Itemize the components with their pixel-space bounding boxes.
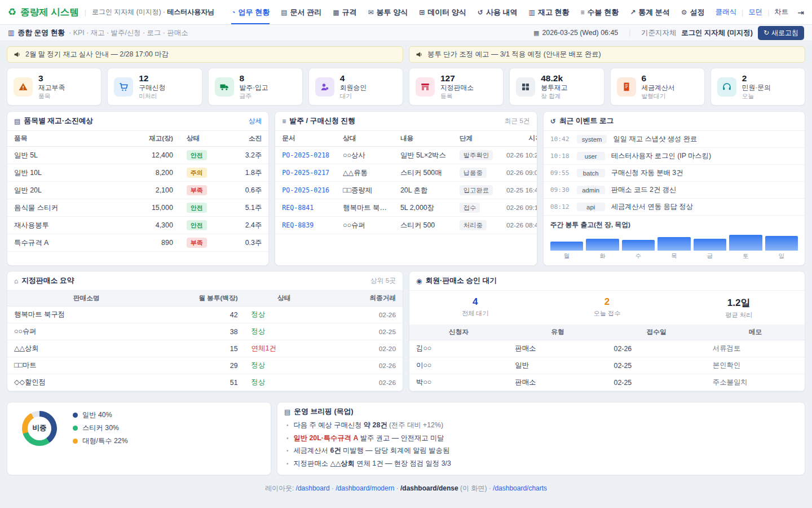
nav-item-stats-analysis[interactable]: ↗통계 분석: [630, 0, 670, 24]
orders-count-label: 최근 5건: [504, 117, 529, 126]
nav-item-stock-status[interactable]: ▥재고 현황: [529, 0, 570, 24]
dashboard-icon: ▥: [8, 29, 14, 37]
week-bar-수: [622, 240, 655, 251]
layout-link-modern[interactable]: 모던: [748, 7, 762, 17]
approval-stat-2: 1.2일 평균 처리: [673, 296, 805, 319]
week-bar-일: [765, 236, 798, 251]
status-badge: 주의: [187, 168, 207, 178]
week-bar-금: [694, 239, 726, 251]
inventory-icon: ▤: [14, 117, 20, 125]
kpi-sublabel: 금주: [240, 92, 268, 100]
approval-stats: 4 전체 대기2 오늘 접수1.2일 평균 처리: [409, 291, 805, 325]
legend-dot: [73, 413, 78, 418]
refresh-button[interactable]: ↻ 새로고침: [758, 26, 804, 40]
week-bar-화: [586, 239, 619, 251]
kpi-sublabel: 오늘: [742, 92, 771, 100]
doc-link[interactable]: REQ-8841: [282, 204, 314, 212]
briefing-item: •다음 주 예상 구매신청 약 28건 (전주 대비 +12%): [286, 421, 796, 430]
inventory-row: 일반 5L 12,400 안전 3.2주: [7, 147, 268, 164]
ledger-icon: ≡: [581, 8, 585, 16]
store-status: 정상: [251, 327, 266, 335]
gauge-icon: ◔: [231, 8, 235, 16]
item-depletion: 0.3주: [227, 234, 268, 252]
order-party: 행복마트 북…: [336, 199, 394, 217]
share-donut-chart: 비중: [22, 411, 57, 446]
notice-banner-1[interactable]: 2월 말 정기 재고 실사 안내 — 2/28 17:00 마감: [7, 46, 403, 63]
store-status: 정상: [251, 361, 266, 369]
item-name: 음식물 스티커: [7, 199, 122, 217]
kpi-value: 4: [340, 73, 367, 84]
kpi-card-envelope-stock[interactable]: 48.2k 봉투재고 장 합계: [509, 68, 604, 106]
kpi-card-purchase-request[interactable]: 12 구매신청 미처리: [107, 68, 202, 106]
applicant-memo: 본인확인: [706, 357, 805, 374]
store-row: ○○슈퍼 38 정상 02-25: [7, 323, 403, 340]
kpi-card-stock-shortage[interactable]: 3 재고부족 품목: [7, 68, 102, 106]
nav-item-usage-history[interactable]: ↺사용 내역: [478, 0, 518, 24]
stat-label: 평균 처리: [673, 311, 805, 319]
notice-text: 봉투 단가 조정 예고 — 3/1 적용 예정 (안내문 배포 완료): [427, 50, 601, 59]
footer-link[interactable]: /dashboard: [296, 484, 330, 492]
week-bar-월: [550, 242, 583, 251]
stat-value: 4: [409, 296, 541, 308]
order-time: 02-26 09:05: [500, 164, 537, 182]
applicant-date: 02-25: [607, 357, 706, 374]
layout-link-classic[interactable]: 클래식: [716, 7, 737, 17]
layout-link-chart[interactable]: 차트: [774, 7, 788, 17]
item-name: 재사용봉투: [7, 217, 122, 234]
nav-item-work-status[interactable]: ◔업무 현황: [231, 0, 270, 24]
notice-banner-2[interactable]: 봉투 단가 조정 예고 — 3/1 적용 예정 (안내문 배포 완료): [409, 46, 805, 63]
inventory-detail-link[interactable]: 상세: [249, 117, 262, 126]
store-row: 행복마트 북구점 42 정상 02-26: [7, 306, 403, 323]
kpi-value: 2: [742, 73, 771, 84]
divider: |: [629, 29, 630, 37]
status-badge: 부족: [187, 185, 207, 195]
kpi-card-order-inbound[interactable]: 8 발주·입고 금주: [208, 68, 303, 106]
kpi-card-tax-invoice[interactable]: 6 세금계산서 발행대기: [610, 68, 705, 106]
calendar-icon: ▦: [533, 29, 539, 37]
applicant-name: 김○○: [409, 340, 508, 357]
bullet: •: [286, 422, 289, 428]
member-icon: ◉: [416, 277, 422, 285]
doc-link[interactable]: PO-2025-0216: [282, 186, 329, 194]
footer-link[interactable]: /dashboard/charts: [493, 484, 547, 492]
store-name: ◇◇할인점: [7, 374, 165, 391]
order-party: ○○슈퍼: [336, 217, 394, 234]
item-stock: 12,400: [122, 147, 180, 164]
store-name: □□마트: [7, 357, 165, 374]
footer-link[interactable]: /dashboard/modern: [336, 484, 394, 492]
event-message: 구매신청 자동 분배 3건: [611, 168, 683, 178]
store-status: 정상: [251, 378, 266, 386]
nav-item-envelope-form[interactable]: ✉봉투 양식: [368, 0, 408, 24]
stores-count-label: 상위 5곳: [370, 277, 396, 286]
nav-item-settings[interactable]: ⚙설정: [681, 0, 705, 24]
store-last-date: 02-26: [324, 357, 403, 374]
event-message: 테스터사용자 로그인 (IP 마스킹): [611, 151, 711, 161]
doc-link[interactable]: PO-2025-0218: [282, 151, 329, 159]
inventory-row: 일반 20L 2,100 부족 0.6주: [7, 182, 268, 199]
order-inbound-icon: [215, 77, 234, 97]
kpi-label: 발주·입고: [240, 84, 268, 92]
kpi-card-member-approval[interactable]: 4 회원승인 대기: [308, 68, 403, 106]
nav-item-ledger-status[interactable]: ≡수불 현황: [581, 0, 619, 24]
history-icon: ↺: [550, 117, 556, 125]
doc-link[interactable]: REQ-8839: [282, 221, 314, 229]
kpi-card-designated-stores[interactable]: 127 지정판매소 등록: [409, 68, 504, 106]
nav-item-data-form[interactable]: ⊞데이터 양식: [419, 0, 466, 24]
item-depletion: 3.2주: [227, 147, 268, 164]
doc-link[interactable]: PO-2025-0217: [282, 169, 329, 177]
kpi-row: 3 재고부족 품목 12 구매신청 미처리 8 발주·입고 금주 4 회원승인 …: [7, 68, 805, 106]
megaphone-icon: [416, 51, 423, 58]
applicant-name: 이○○: [409, 357, 508, 374]
list-icon: ≡: [282, 117, 286, 125]
nav-item-spec[interactable]: ▦규격: [333, 0, 356, 24]
share-legend: 일반 40% 스티커 30% 대형/특수 22%: [73, 410, 128, 446]
order-content: 일반 5L×2박스: [394, 147, 453, 164]
logout-icon[interactable]: ⇥: [797, 8, 804, 17]
store-last-date: 02-25: [324, 323, 403, 340]
nav-item-doc-management[interactable]: ▤문서 관리: [281, 0, 321, 24]
kpi-value: 8: [240, 73, 268, 84]
bottom-row: 비중 일반 40% 스티커 30% 대형/특수 22% ▤운영 브리핑 (목업)…: [7, 402, 805, 475]
order-row: PO-2025-0217 △△유통 스티커 500매 납품중 02-26 09:…: [275, 164, 537, 182]
kpi-card-inquiries[interactable]: 2 민원·문의 오늘: [710, 68, 805, 106]
app-logo[interactable]: ♻ 종량제 시스템: [8, 6, 79, 19]
